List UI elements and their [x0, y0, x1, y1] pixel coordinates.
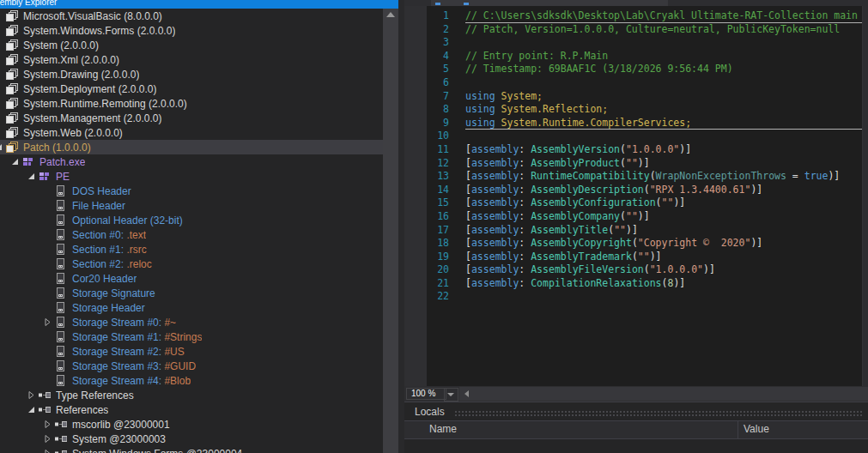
- tree-item[interactable]: System.Drawing (2.0.0.0): [0, 67, 383, 82]
- binary-data-icon: [55, 302, 67, 313]
- tree-item[interactable]: System.Xml (2.0.0.0): [0, 52, 383, 67]
- tree-item[interactable]: Optional Header (32-bit): [0, 213, 383, 227]
- column-header-name[interactable]: Name: [429, 423, 457, 435]
- tree-item[interactable]: Type References: [0, 388, 383, 402]
- tree-item[interactable]: Patch (1.0.0.0): [0, 140, 383, 154]
- code-line[interactable]: 1// C:\Users\sdksdk\Desktop\Lab\Cryakl U…: [404, 9, 863, 23]
- code-line[interactable]: 6: [404, 76, 863, 90]
- tree-item[interactable]: Storage Header: [0, 300, 383, 315]
- tree-item[interactable]: Storage Stream #3: #GUID: [0, 359, 383, 373]
- document-tab[interactable]: [431, 0, 668, 6]
- tree-item[interactable]: System.Deployment (2.0.0.0): [0, 82, 383, 96]
- column-resize-handle[interactable]: [737, 421, 738, 438]
- code-line[interactable]: 15[assembly: AssemblyConfiguration("")]: [404, 196, 863, 210]
- editor-scrollbar[interactable]: [862, 6, 868, 386]
- code-line[interactable]: 11[assembly: AssemblyVersion("1.0.0.0")]: [404, 143, 863, 157]
- tree-item[interactable]: Storage Stream #1: #Strings: [0, 329, 383, 344]
- tree-item[interactable]: Storage Stream #2: #US: [0, 344, 383, 359]
- reference-icon: [39, 390, 51, 401]
- tree-item[interactable]: mscorlib @23000001: [0, 417, 383, 432]
- expander-collapsed-icon[interactable]: [40, 420, 55, 428]
- code-line[interactable]: 18[assembly: AssemblyCopyright("Copyrigh…: [404, 237, 863, 251]
- expander-expanded-icon[interactable]: [0, 143, 6, 151]
- panel-splitter[interactable]: [398, 0, 404, 453]
- assembly-tree: Microsoft.VisualBasic (8.0.0.0)System.Wi…: [0, 9, 383, 453]
- scroll-left-arrow-icon[interactable]: [464, 390, 469, 397]
- zoom-dropdown-button[interactable]: [444, 388, 458, 402]
- line-number: 6: [404, 76, 449, 90]
- code-line[interactable]: 4// Entry point: R.P.Main: [404, 50, 863, 63]
- code-line[interactable]: 5// Timestamp: 69BAAF1C (3/18/2026 9:56:…: [404, 63, 863, 76]
- scroll-up-arrow-icon[interactable]: [386, 12, 395, 17]
- tree-item[interactable]: File Header: [0, 198, 383, 213]
- code-editor[interactable]: 1// C:\Users\sdksdk\Desktop\Lab\Cryakl U…: [404, 6, 868, 386]
- line-number: 17: [404, 224, 449, 238]
- tree-item[interactable]: System (2.0.0.0): [0, 38, 383, 52]
- expander-expanded-icon[interactable]: [8, 158, 22, 166]
- tree-item[interactable]: Section #0: .text: [0, 227, 383, 242]
- tree-item-label: Section #2: .reloc: [72, 258, 152, 270]
- tree-item[interactable]: Storage Stream #4: #Blob: [0, 373, 383, 388]
- expander-collapsed-icon[interactable]: [40, 435, 55, 443]
- tree-item[interactable]: System.Management (2.0.0.0): [0, 111, 383, 125]
- tree-scrollbar[interactable]: [383, 9, 398, 453]
- code-line[interactable]: 22: [404, 290, 863, 304]
- tree-item[interactable]: Section #2: .reloc: [0, 257, 383, 271]
- tree-item[interactable]: System @23000003: [0, 432, 383, 446]
- code-text: // Timestamp: 69BAAF1C (3/18/2026 9:56:4…: [465, 63, 733, 75]
- expander-collapsed-icon[interactable]: [40, 450, 55, 453]
- code-text: [assembly: AssemblyProduct("")]: [465, 157, 650, 169]
- tree-item[interactable]: PE: [0, 169, 383, 184]
- code-line[interactable]: 20[assembly: AssemblyFileVersion("1.0.0.…: [404, 263, 863, 277]
- tree-item[interactable]: System.Windows.Forms @23000004: [0, 446, 383, 453]
- code-line[interactable]: 21[assembly: CompilationRelaxations(8)]: [404, 277, 863, 291]
- assembly-explorer-title-bar[interactable]: Assembly Explorer: [0, 0, 398, 9]
- tree-item[interactable]: Patch.exe: [0, 154, 383, 169]
- tree-item[interactable]: System.Runtime.Remoting (2.0.0.0): [0, 96, 383, 111]
- line-number: 22: [404, 290, 449, 304]
- tree-item[interactable]: Microsoft.VisualBasic (8.0.0.0): [0, 9, 383, 23]
- tree-item[interactable]: DOS Header: [0, 184, 383, 198]
- line-number: 7: [404, 90, 449, 104]
- code-line[interactable]: 10: [404, 130, 863, 143]
- locals-panel-header[interactable]: Locals: [404, 403, 868, 420]
- dnspy-window: Assembly Explorer Microsoft.VisualBasic …: [0, 0, 868, 453]
- column-header-value[interactable]: Value: [744, 423, 769, 435]
- code-line[interactable]: 14[assembly: AssemblyDescription("RPX 1.…: [404, 184, 863, 197]
- expander-collapsed-icon[interactable]: [24, 391, 39, 399]
- code-text: [assembly: CompilationRelaxations(8)]: [465, 277, 685, 289]
- code-line[interactable]: 9using System.Runtime.CompilerServices;: [404, 117, 863, 130]
- expander-expanded-icon[interactable]: [24, 172, 39, 180]
- code-line[interactable]: 8using System.Reflection;: [404, 103, 863, 117]
- line-number: 21: [404, 277, 449, 291]
- tree-item[interactable]: Cor20 Header: [0, 271, 383, 286]
- code-line[interactable]: 3: [404, 36, 863, 50]
- tree-item[interactable]: System.Windows.Forms (2.0.0.0): [0, 23, 383, 38]
- code-line[interactable]: 19[assembly: AssemblyTrademark("")]: [404, 251, 863, 264]
- code-line[interactable]: 7using System;: [404, 90, 863, 104]
- tree-item[interactable]: System.Web (2.0.0.0): [0, 125, 383, 140]
- code-text: // C:\Users\sdksdk\Desktop\Lab\Cryakl Ul…: [465, 9, 858, 21]
- code-line[interactable]: 2// Patch, Version=1.0.0.0, Culture=neut…: [404, 23, 863, 37]
- horizontal-scrollbar[interactable]: [459, 387, 868, 401]
- panel-drag-grip: [454, 410, 863, 417]
- code-line[interactable]: 13[assembly: RuntimeCompatibility(WrapNo…: [404, 170, 863, 184]
- code-line[interactable]: 16[assembly: AssemblyCompany("")]: [404, 210, 863, 224]
- binary-data-icon: [55, 331, 67, 342]
- expander-expanded-icon[interactable]: [24, 406, 39, 414]
- tree-item[interactable]: Storage Stream #0: #~: [0, 315, 383, 329]
- assembly-icon: [6, 25, 18, 36]
- binary-data-icon: [55, 229, 67, 240]
- tree-item-label: Storage Stream #3: #GUID: [72, 360, 196, 372]
- code-line[interactable]: 17[assembly: AssemblyTitle("")]: [404, 224, 863, 238]
- tree-item[interactable]: Section #1: .rsrc: [0, 242, 383, 257]
- expander-collapsed-icon[interactable]: [40, 318, 55, 326]
- code-line[interactable]: 12[assembly: AssemblyProduct("")]: [404, 157, 863, 171]
- zoom-level-select[interactable]: 100 %: [406, 388, 446, 400]
- tree-item[interactable]: References: [0, 402, 383, 417]
- binary-data-icon: [55, 273, 67, 284]
- tree-item-label: System (2.0.0.0): [23, 39, 99, 51]
- tree-item[interactable]: Storage Signature: [0, 286, 383, 300]
- reference-icon: [55, 433, 67, 444]
- tab-strip: [404, 0, 868, 6]
